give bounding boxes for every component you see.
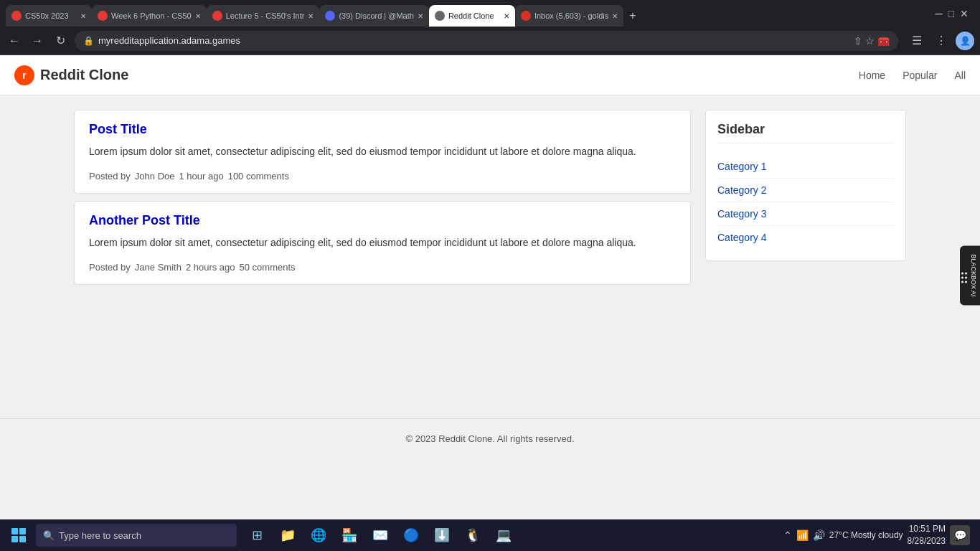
tab-close-icon[interactable]: ✕ [308, 12, 314, 20]
sidebar-categories: Category 1 Category 2 Category 3 Categor… [717, 155, 894, 249]
window-close[interactable]: ✕ [960, 8, 969, 19]
tab-label: Week 6 Python - CS50 [111, 11, 192, 20]
more-options-icon[interactable]: ⋮ [931, 31, 951, 51]
post-title-1[interactable]: Post Title [89, 122, 676, 137]
address-bar-icons: ⇧ ☆ 🧰 [854, 35, 890, 47]
post-title-2[interactable]: Another Post Title [89, 213, 676, 228]
logo-icon: r [14, 65, 34, 85]
tab-close-icon[interactable]: ✕ [612, 12, 618, 20]
tab-cs50x[interactable]: CS50x 2023 ✕ [6, 5, 92, 27]
tabs-container: CS50x 2023 ✕ Week 6 Python - CS50 ✕ Lect… [6, 0, 933, 27]
lock-icon: 🔒 [83, 36, 94, 46]
browser-window-controls: – □ ✕ [936, 6, 974, 21]
category-3[interactable]: Category 3 [717, 202, 894, 226]
logo-area: r Reddit Clone [14, 65, 859, 85]
post-meta-1: Posted by John Doe 1 hour ago 100 commen… [89, 171, 676, 182]
posts-column: Post Title Lorem ipsum dolor sit amet, c… [74, 110, 691, 404]
post-body-1: Lorem ipsum dolor sit amet, consectetur … [89, 144, 676, 159]
url-text: myredditapplication.adama.games [98, 35, 849, 46]
category-1[interactable]: Category 1 [717, 155, 894, 179]
post-time-1: 1 hour ago [179, 171, 223, 182]
app-footer: © 2023 Reddit Clone. All rights reserved… [0, 418, 980, 458]
sidebar-card: Sidebar Category 1 Category 2 Category 3… [705, 110, 906, 261]
tab-gmail[interactable]: Inbox (5,603) - goldis ✕ [515, 5, 623, 27]
window-minimize[interactable]: – [936, 6, 943, 21]
posted-by-label-1: Posted by [89, 171, 131, 182]
blackbox-label: BLACKBOX AI [970, 254, 977, 296]
extensions-icon[interactable]: 🧰 [877, 35, 890, 47]
tab-label: Reddit Clone [448, 11, 494, 20]
logo-symbol: r [22, 70, 26, 81]
tab-favicon [98, 11, 108, 21]
tab-discord[interactable]: (39) Discord | @Math ✕ [319, 5, 429, 27]
sidebar: Sidebar Category 1 Category 2 Category 3… [705, 110, 906, 404]
tab-close-icon[interactable]: ✕ [504, 12, 509, 20]
posted-by-label-2: Posted by [89, 262, 131, 273]
blackbox-ai-sidebar[interactable]: BLACKBOX AI [960, 245, 980, 305]
footer-text: © 2023 Reddit Clone. All rights reserved… [405, 433, 574, 444]
post-comments-2[interactable]: 50 comments [240, 262, 296, 273]
app-title: Reddit Clone [40, 67, 128, 83]
tab-reddit-clone[interactable]: Reddit Clone ✕ [429, 5, 515, 27]
window-maximize[interactable]: □ [948, 8, 954, 19]
tab-close-icon[interactable]: ✕ [195, 12, 201, 20]
blackbox-dots [958, 272, 967, 283]
tab-favicon [11, 11, 22, 21]
tab-favicon [521, 11, 531, 21]
nav-home[interactable]: Home [859, 70, 885, 81]
post-card-1: Post Title Lorem ipsum dolor sit amet, c… [74, 110, 691, 194]
browser-tabs-bar: CS50x 2023 ✕ Week 6 Python - CS50 ✕ Lect… [0, 0, 980, 27]
profile-avatar[interactable]: 👤 [956, 32, 974, 50]
post-comments-1[interactable]: 100 comments [228, 171, 289, 182]
post-meta-2: Posted by Jane Smith 2 hours ago 50 comm… [89, 262, 676, 273]
browser-right-icons: ☰ ⋮ 👤 [907, 31, 974, 51]
address-bar-row: ← → ↻ 🔒 myredditapplication.adama.games … [0, 27, 980, 55]
app-header: r Reddit Clone Home Popular All [0, 55, 980, 95]
bookmark-icon[interactable]: ☆ [865, 35, 875, 47]
share-icon[interactable]: ⇧ [854, 35, 862, 47]
forward-button[interactable]: → [29, 32, 46, 50]
tab-label: CS50x 2023 [25, 11, 69, 20]
refresh-button[interactable]: ↻ [52, 32, 69, 50]
tab-python[interactable]: Week 6 Python - CS50 ✕ [92, 5, 207, 27]
nav-all[interactable]: All [954, 70, 966, 81]
back-button[interactable]: ← [6, 32, 23, 50]
post-card-2: Another Post Title Lorem ipsum dolor sit… [74, 201, 691, 285]
tab-label: Lecture 5 - CS50's Intr [226, 11, 305, 20]
category-2[interactable]: Category 2 [717, 179, 894, 202]
address-bar[interactable]: 🔒 myredditapplication.adama.games ⇧ ☆ 🧰 [75, 31, 898, 51]
tab-favicon [435, 11, 445, 21]
post-author-2: Jane Smith [135, 262, 182, 273]
sidebar-toggle-icon[interactable]: ☰ [907, 31, 927, 51]
post-time-2: 2 hours ago [186, 262, 235, 273]
tab-close-icon[interactable]: ✕ [418, 12, 423, 20]
tab-label: Inbox (5,603) - goldis [534, 11, 608, 20]
post-author-1: John Doe [135, 171, 175, 182]
tab-favicon [325, 11, 335, 21]
tab-favicon [212, 11, 222, 21]
nav-links: Home Popular All [859, 70, 966, 81]
new-tab-button[interactable]: + [623, 5, 649, 27]
tab-label: (39) Discord | @Math [339, 11, 414, 20]
category-4[interactable]: Category 4 [717, 226, 894, 249]
main-content: Post Title Lorem ipsum dolor sit amet, c… [60, 95, 920, 418]
sidebar-title: Sidebar [717, 122, 894, 143]
nav-popular[interactable]: Popular [903, 70, 937, 81]
tab-lecture5[interactable]: Lecture 5 - CS50's Intr ✕ [207, 5, 320, 27]
post-body-2: Lorem ipsum dolor sit amet, consectetur … [89, 235, 676, 250]
tab-close-icon[interactable]: ✕ [80, 12, 86, 20]
